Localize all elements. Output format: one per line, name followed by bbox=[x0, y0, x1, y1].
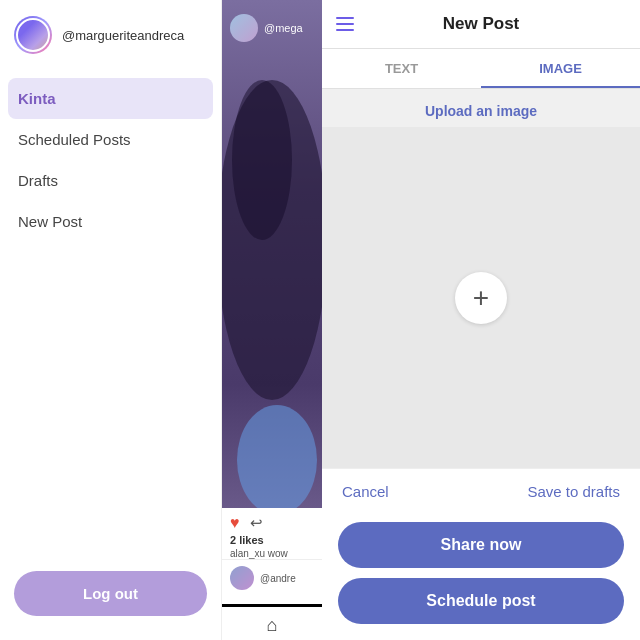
middle-avatar bbox=[230, 14, 258, 42]
sidebar-item-drafts[interactable]: Drafts bbox=[0, 160, 221, 201]
reply-icon[interactable]: ↩ bbox=[250, 514, 263, 532]
sidebar-item-scheduled-posts[interactable]: Scheduled Posts bbox=[0, 119, 221, 160]
add-image-button[interactable]: + bbox=[455, 272, 507, 324]
h-bar-2 bbox=[336, 23, 354, 25]
upload-zone[interactable]: + bbox=[322, 127, 640, 468]
new-post-title: New Post bbox=[443, 14, 520, 34]
upload-label: Upload an image bbox=[322, 99, 640, 123]
upload-area-header: Upload an image bbox=[322, 89, 640, 127]
avatar bbox=[14, 16, 52, 54]
save-drafts-button[interactable]: Save to drafts bbox=[527, 483, 620, 500]
sidebar-item-new-post[interactable]: New Post bbox=[0, 201, 221, 242]
middle-header-area: @mega bbox=[222, 0, 322, 56]
middle-bottom-area: ♥ ↩ 2 likes alan_xu wow @andre ⌂ bbox=[222, 508, 322, 640]
svg-point-2 bbox=[237, 405, 317, 515]
home-icon[interactable]: ⌂ bbox=[267, 615, 278, 636]
second-avatar bbox=[230, 566, 254, 590]
likes-count: 2 likes bbox=[230, 532, 314, 548]
tab-image[interactable]: IMAGE bbox=[481, 49, 640, 88]
commenter-name: alan_xu bbox=[230, 548, 265, 559]
background-figure bbox=[222, 60, 322, 410]
middle-header: @mega bbox=[222, 0, 322, 56]
logout-button[interactable]: Log out bbox=[14, 571, 207, 616]
bottom-buttons: Share now Schedule post bbox=[322, 514, 640, 640]
new-post-header: New Post bbox=[322, 0, 640, 49]
cancel-button[interactable]: Cancel bbox=[342, 483, 389, 500]
share-now-button[interactable]: Share now bbox=[338, 522, 624, 568]
second-post: @andre bbox=[222, 559, 322, 596]
nav-items: Kinta Scheduled Posts Drafts New Post bbox=[0, 70, 221, 555]
second-handle: @andre bbox=[260, 573, 296, 584]
likes-area: 2 likes alan_xu wow bbox=[222, 532, 322, 559]
content-area: Upload an image + Cancel Save to drafts … bbox=[322, 89, 640, 640]
right-panel: New Post TEXT IMAGE Upload an image + Ca… bbox=[322, 0, 640, 640]
tabs-row: TEXT IMAGE bbox=[322, 49, 640, 89]
feather-decoration bbox=[232, 400, 322, 520]
middle-handle: @mega bbox=[264, 22, 303, 34]
svg-point-1 bbox=[232, 80, 292, 240]
schedule-post-button[interactable]: Schedule post bbox=[338, 578, 624, 624]
sidebar: @margueriteandreca Kinta Scheduled Posts… bbox=[0, 0, 222, 640]
comment-text: wow bbox=[268, 548, 288, 559]
tab-text[interactable]: TEXT bbox=[322, 49, 481, 88]
h-bar-1 bbox=[336, 17, 354, 19]
interaction-icons: ♥ ↩ bbox=[222, 508, 322, 532]
sidebar-bottom: Log out bbox=[0, 555, 221, 640]
hamburger-menu-icon[interactable] bbox=[336, 17, 354, 31]
avatar-inner bbox=[16, 18, 50, 52]
heart-icon[interactable]: ♥ bbox=[230, 514, 240, 532]
h-bar-3 bbox=[336, 29, 354, 31]
sidebar-item-kinta[interactable]: Kinta bbox=[8, 78, 213, 119]
action-row: Cancel Save to drafts bbox=[322, 468, 640, 514]
sidebar-header: @margueriteandreca bbox=[0, 0, 221, 70]
username-label: @margueriteandreca bbox=[62, 28, 184, 43]
middle-footer: ⌂ bbox=[222, 607, 322, 640]
user-comment: alan_xu wow bbox=[230, 548, 314, 559]
middle-panel: @mega ♥ ↩ 2 likes alan_xu wow @andre ⌂ bbox=[222, 0, 322, 640]
